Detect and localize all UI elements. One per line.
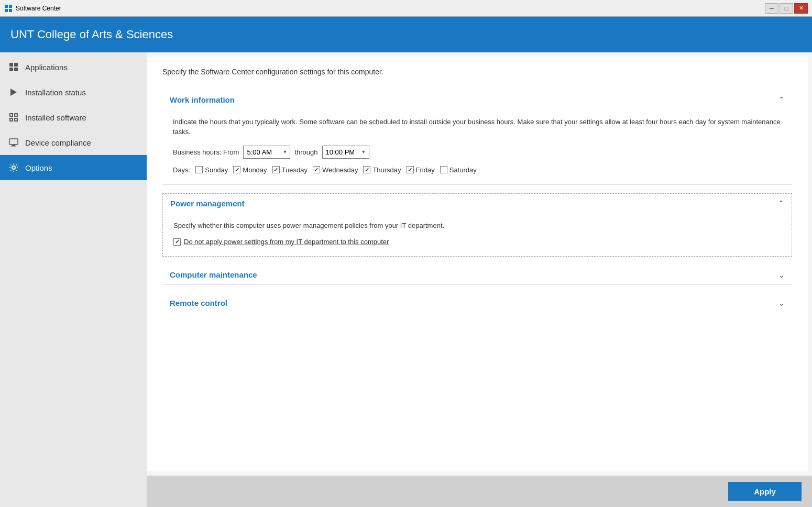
remote-control-header[interactable]: Remote control ⌄	[162, 293, 792, 313]
maximize-button[interactable]: □	[780, 3, 793, 14]
wednesday-checkbox[interactable]	[313, 166, 320, 173]
friday-checkbox[interactable]	[407, 166, 414, 173]
svg-marker-8	[10, 89, 17, 96]
svg-rect-2	[5, 9, 8, 12]
remote-control-chevron: ⌄	[778, 299, 785, 307]
installed-software-label: Installed software	[25, 113, 86, 122]
app-title: Software Center	[16, 5, 61, 12]
content-inner: Specify the Software Center configuratio…	[147, 57, 808, 471]
power-management-chevron: ⌃	[778, 199, 784, 207]
sidebar-item-applications[interactable]: Applications	[0, 54, 147, 80]
minimize-button[interactable]: ─	[765, 3, 778, 14]
wednesday-label: Wednesday	[322, 166, 358, 174]
sidebar-item-installation-status[interactable]: Installation status	[0, 80, 147, 105]
sunday-checkbox[interactable]	[195, 166, 203, 173]
work-information-content: Indicate the hours that you typically wo…	[162, 109, 792, 184]
svg-rect-13	[10, 114, 12, 116]
svg-rect-14	[15, 114, 17, 116]
power-management-title: Power management	[170, 199, 245, 208]
svg-rect-3	[9, 9, 12, 12]
svg-rect-5	[14, 63, 18, 67]
remote-control-title: Remote control	[170, 299, 227, 307]
monday-label: Monday	[243, 166, 267, 174]
close-button[interactable]: ✕	[794, 3, 808, 14]
day-tuesday: Tuesday	[272, 166, 308, 174]
remote-control-section: Remote control ⌄	[162, 293, 792, 313]
grid-icon	[8, 62, 19, 72]
options-label: Options	[25, 163, 52, 172]
monday-checkbox[interactable]	[233, 166, 240, 173]
svg-rect-6	[9, 68, 13, 71]
business-hours-row: Business hours: From 12:00 AM 1:00 AM 2:…	[173, 146, 782, 159]
friday-label: Friday	[416, 166, 435, 174]
options-icon	[8, 162, 19, 173]
power-management-content: Specify whether this computer uses power…	[163, 213, 792, 257]
day-wednesday: Wednesday	[313, 166, 358, 174]
installation-status-label: Installation status	[25, 88, 86, 97]
flag-icon	[8, 87, 19, 97]
work-information-header[interactable]: Work information ⌃	[162, 90, 792, 109]
app-icon	[4, 4, 13, 13]
work-info-description: Indicate the hours that you typically wo…	[173, 117, 782, 137]
days-row: Days: Sunday Monday Tuesday	[173, 166, 782, 174]
day-sunday: Sunday	[195, 166, 228, 174]
day-friday: Friday	[407, 166, 435, 174]
sidebar: Applications Installation status	[0, 52, 147, 507]
sidebar-item-installed-software[interactable]: Installed software	[0, 105, 147, 130]
svg-rect-16	[15, 119, 17, 120]
to-time-wrapper: 12:00 AM 1:00 AM 2:00 AM 3:00 AM 4:00 AM…	[322, 146, 369, 159]
device-compliance-icon	[8, 137, 19, 148]
installed-software-icon	[8, 112, 19, 123]
power-checkbox-row: Do not apply power settings from my IT d…	[173, 238, 781, 246]
from-time-select[interactable]: 12:00 AM 1:00 AM 2:00 AM 3:00 AM 4:00 AM…	[243, 146, 290, 159]
power-checkbox-label: Do not apply power settings from my IT d…	[184, 238, 389, 246]
through-label: through	[294, 148, 317, 156]
svg-rect-15	[10, 119, 12, 120]
apply-button[interactable]: Apply	[728, 482, 802, 501]
svg-rect-7	[14, 68, 18, 71]
svg-rect-18	[12, 145, 15, 146]
device-compliance-label: Device compliance	[25, 138, 91, 147]
svg-rect-1	[9, 5, 12, 8]
to-time-select[interactable]: 12:00 AM 1:00 AM 2:00 AM 3:00 AM 4:00 AM…	[322, 146, 369, 159]
power-settings-checkbox[interactable]	[173, 238, 181, 246]
gear-icon	[9, 163, 18, 172]
window-controls: ─ □ ✕	[765, 3, 808, 14]
main-layout: Applications Installation status	[0, 52, 812, 507]
from-time-wrapper: 12:00 AM 1:00 AM 2:00 AM 3:00 AM 4:00 AM…	[243, 146, 290, 159]
days-label: Days:	[173, 166, 190, 174]
sidebar-item-options[interactable]: Options	[0, 155, 147, 180]
header: UNT College of Arts & Sciences	[0, 17, 812, 52]
svg-rect-19	[11, 146, 16, 147]
tuesday-checkbox[interactable]	[272, 166, 280, 173]
applications-icon	[9, 62, 18, 72]
day-monday: Monday	[233, 166, 267, 174]
day-thursday: Thursday	[363, 166, 401, 174]
svg-rect-17	[9, 139, 18, 145]
bottom-bar: Apply	[147, 476, 812, 507]
saturday-label: Saturday	[449, 166, 477, 174]
title-bar-left: Software Center	[4, 4, 61, 13]
work-information-title: Work information	[170, 95, 235, 104]
work-information-section: Work information ⌃ Indicate the hours th…	[162, 90, 792, 185]
sidebar-item-device-compliance[interactable]: Device compliance	[0, 130, 147, 155]
power-management-header[interactable]: Power management ⌃	[163, 194, 792, 213]
installed-software-grid-icon	[9, 113, 18, 122]
computer-maintenance-header[interactable]: Computer maintenance ⌄	[162, 265, 792, 284]
thursday-checkbox[interactable]	[363, 166, 370, 173]
work-information-chevron: ⌃	[778, 95, 785, 104]
sunday-label: Sunday	[205, 166, 228, 174]
content-area: Specify the Software Center configuratio…	[147, 52, 812, 507]
applications-label: Applications	[25, 63, 68, 72]
computer-maintenance-chevron: ⌄	[778, 271, 785, 279]
page-description: Specify the Software Center configuratio…	[162, 67, 792, 78]
day-saturday: Saturday	[440, 166, 477, 174]
header-title: UNT College of Arts & Sciences	[10, 28, 173, 41]
computer-maintenance-title: Computer maintenance	[170, 270, 257, 279]
saturday-checkbox[interactable]	[440, 166, 447, 173]
monitor-icon	[9, 138, 18, 147]
installation-status-icon	[9, 88, 18, 96]
title-bar: Software Center ─ □ ✕	[0, 0, 812, 17]
svg-rect-0	[5, 5, 8, 8]
svg-rect-4	[9, 63, 13, 67]
